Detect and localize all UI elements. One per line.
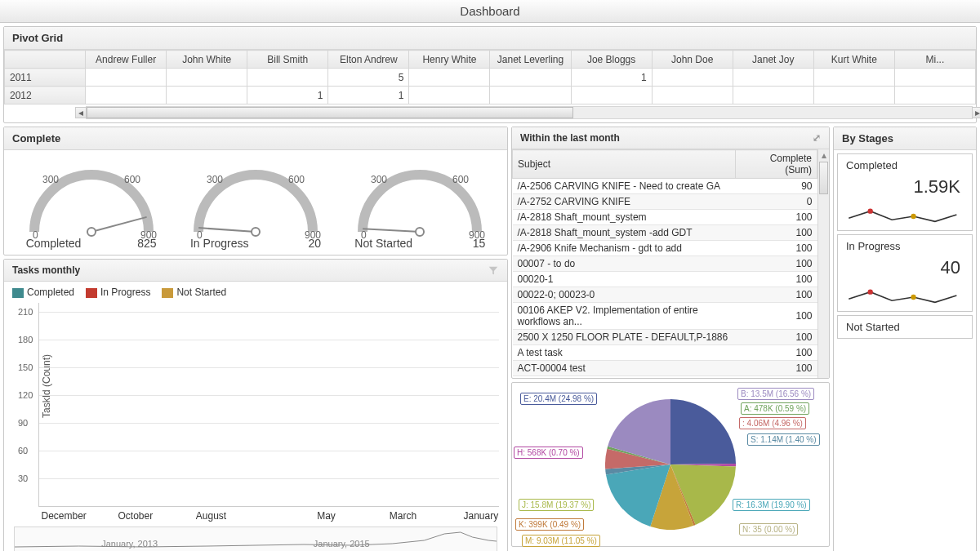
x-label	[272, 510, 305, 522]
pie-label: : 4.06M (4.96 %)	[739, 417, 806, 429]
table-row[interactable]: 00106 AKEP V2. Implementation of entire …	[513, 303, 817, 330]
pivot-cell	[894, 87, 975, 104]
pivot-table[interactable]: Andrew FullerJohn WhiteBill SmithElton A…	[4, 50, 976, 104]
y-tick: 120	[18, 390, 33, 400]
pivot-col-header[interactable]: Janet Joy	[733, 51, 813, 69]
pivot-col-header[interactable]: Andrew Fuller	[86, 51, 167, 69]
pivot-cell	[247, 69, 328, 87]
y-tick: 150	[18, 362, 33, 372]
pivot-col-header[interactable]: Janet Leverling	[490, 51, 571, 69]
table-row[interactable]: /A-2906 Knife Mechanism - gdt to add100	[513, 241, 817, 256]
gauge-value: 825	[137, 237, 156, 250]
pie-label: M: 9.03M (11.05 %)	[522, 535, 600, 547]
table-row[interactable]: A test task100	[513, 345, 817, 361]
table-row[interactable]: /A-2818 Shaft_mount_system100	[513, 210, 817, 225]
gauge: 0 300 600 900 Completed825	[14, 158, 169, 250]
pivot-h-scrollbar[interactable]: ◂ ▸	[86, 106, 973, 119]
pivot-row-header[interactable]: 2012	[5, 87, 86, 104]
expand-icon[interactable]: ⤢	[813, 132, 821, 144]
pivot-cell	[652, 87, 733, 104]
stage-value: 40	[838, 257, 972, 282]
stage-value: 1.59K	[838, 176, 972, 201]
scroll-left-icon[interactable]: ◂	[75, 107, 87, 118]
pivot-row-header[interactable]: 2011	[5, 69, 86, 87]
pivot-col-header[interactable]: Elton Andrew	[328, 51, 409, 69]
table-row[interactable]: 00007 - to do100	[513, 256, 817, 272]
table-row[interactable]: 00020-1100	[513, 272, 817, 287]
pivot-col-header[interactable]: Mi...	[894, 51, 975, 69]
last-month-table[interactable]: SubjectComplete (Sum) /A-2506 CARVING KN…	[512, 149, 817, 378]
table-row[interactable]: ACT-00005 to sell some more100	[513, 376, 817, 379]
table-row[interactable]: 2500 X 1250 FLOOR PLATE - DEFAULT,P-1886…	[513, 330, 817, 345]
scroll-right-icon[interactable]: ▸	[972, 107, 980, 118]
col-complete[interactable]: Complete (Sum)	[736, 150, 817, 179]
pie-label: H: 568K (0.70 %)	[514, 447, 583, 459]
stage-card[interactable]: Completed1.59K	[837, 153, 973, 231]
pivot-col-header[interactable]: Kurt White	[813, 51, 894, 69]
pivot-col-header[interactable]: John White	[167, 51, 247, 69]
x-label: August	[195, 510, 228, 522]
pivot-col-header[interactable]: John Doe	[652, 51, 733, 69]
list-v-scrollbar[interactable]: ▴	[817, 149, 829, 378]
stage-title: Not Started	[838, 316, 972, 338]
table-row[interactable]: /A-2818 Shaft_mount_system -add GDT100	[513, 225, 817, 241]
gauge-label: Not Started	[354, 237, 412, 250]
filter-icon[interactable]	[488, 264, 499, 276]
pivot-grid-panel: Pivot Grid Andrew FullerJohn WhiteBill S…	[3, 26, 977, 123]
pivot-cell	[733, 87, 813, 104]
pivot-col-header[interactable]: Bill Smith	[247, 51, 328, 69]
table-row[interactable]: 00022-0; 00023-0100	[513, 287, 817, 303]
pivot-col-header[interactable]: Henry White	[409, 51, 490, 69]
stages-heading: By Stages	[834, 127, 976, 150]
pie-label: A: 478K (0.59 %)	[741, 402, 809, 415]
timeline-scrollbar[interactable]: January, 2013 January, 2015	[14, 527, 497, 551]
x-label	[349, 510, 381, 522]
pie-panel: E: 20.4M (24.98 %)H: 568K (0.70 %)J: 15.…	[511, 382, 830, 547]
gauge-label: Completed	[26, 237, 82, 250]
pie-chart: E: 20.4M (24.98 %)H: 568K (0.70 %)J: 15.…	[512, 383, 829, 546]
pivot-cell	[167, 69, 247, 87]
y-tick: 210	[18, 307, 33, 317]
gauge-value: 20	[308, 237, 321, 250]
stage-card[interactable]: Not Started	[837, 315, 973, 339]
table-row[interactable]: /A-2752 CARVING KNIFE0	[513, 194, 817, 210]
gauge-value: 15	[473, 237, 486, 250]
svg-point-21	[911, 295, 915, 300]
legend-item: Not Started	[162, 287, 226, 298]
table-row[interactable]: /A-2506 CARVING KNIFE - Need to create G…	[513, 179, 817, 194]
x-label: October	[118, 510, 151, 522]
stage-title: In Progress	[838, 235, 972, 257]
svg-point-5	[87, 228, 96, 236]
window-title: Dashboard	[0, 0, 980, 23]
stage-card[interactable]: In Progress40	[837, 234, 973, 312]
pivot-cell	[813, 69, 894, 87]
x-label	[425, 510, 458, 522]
svg-point-19	[911, 214, 915, 219]
chart-legend: CompletedIn ProgressNot Started	[12, 287, 499, 298]
pivot-cell	[86, 69, 167, 87]
pivot-cell	[167, 87, 247, 104]
tasks-monthly-panel: Tasks monthly CompletedIn ProgressNot St…	[3, 259, 508, 551]
pivot-cell: 1	[571, 69, 652, 87]
pivot-col-header[interactable]: Joe Bloggs	[571, 51, 652, 69]
legend-item: In Progress	[86, 287, 150, 298]
svg-text:600: 600	[288, 174, 305, 185]
pivot-cell	[894, 69, 975, 87]
pivot-col-header[interactable]	[5, 51, 86, 69]
pivot-cell	[733, 69, 813, 87]
col-subject[interactable]: Subject	[513, 150, 736, 179]
pivot-cell	[86, 87, 167, 104]
pie-label: J: 15.8M (19.37 %)	[519, 499, 594, 511]
last-month-panel: Within the last month ⤢ SubjectComplete …	[511, 127, 830, 379]
scroll-thumb[interactable]	[87, 107, 573, 118]
x-label	[157, 510, 189, 522]
x-label: January	[464, 510, 497, 522]
pie-label: B: 13.5M (16.56 %)	[737, 388, 814, 400]
bar-chart: TaskId (Count) 306090120150180210	[38, 303, 499, 507]
table-row[interactable]: ACT-00004 test100	[513, 361, 817, 376]
x-label: May	[310, 510, 343, 522]
x-label	[234, 510, 266, 522]
svg-text:600: 600	[124, 174, 140, 185]
svg-text:300: 300	[42, 174, 59, 185]
x-label: March	[387, 510, 420, 522]
